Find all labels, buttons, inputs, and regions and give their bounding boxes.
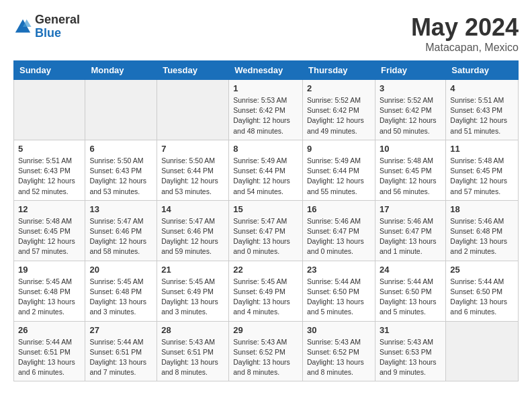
calendar-cell: 2Sunrise: 5:52 AM Sunset: 6:42 PM Daylig… xyxy=(303,80,375,140)
day-info: Sunrise: 5:44 AM Sunset: 6:50 PM Dayligh… xyxy=(380,277,441,318)
day-info: Sunrise: 5:52 AM Sunset: 6:42 PM Dayligh… xyxy=(380,95,441,136)
weekday-header-cell: Wednesday xyxy=(229,61,303,80)
calendar-cell: 1Sunrise: 5:53 AM Sunset: 6:42 PM Daylig… xyxy=(229,80,303,140)
day-info: Sunrise: 5:51 AM Sunset: 6:43 PM Dayligh… xyxy=(18,156,81,197)
day-info: Sunrise: 5:48 AM Sunset: 6:45 PM Dayligh… xyxy=(18,216,81,257)
day-number: 3 xyxy=(380,83,441,93)
day-info: Sunrise: 5:50 AM Sunset: 6:43 PM Dayligh… xyxy=(89,156,152,197)
day-number: 10 xyxy=(380,144,441,154)
day-number: 25 xyxy=(450,265,514,275)
day-info: Sunrise: 5:48 AM Sunset: 6:45 PM Dayligh… xyxy=(380,156,441,197)
location-title: Matacapan, Mexico xyxy=(411,42,519,54)
calendar-cell: 28Sunrise: 5:43 AM Sunset: 6:51 PM Dayli… xyxy=(157,321,229,381)
weekday-header-cell: Thursday xyxy=(303,61,375,80)
calendar-cell: 17Sunrise: 5:46 AM Sunset: 6:47 PM Dayli… xyxy=(375,200,445,261)
calendar-cell: 3Sunrise: 5:52 AM Sunset: 6:42 PM Daylig… xyxy=(375,80,445,140)
day-info: Sunrise: 5:45 AM Sunset: 6:48 PM Dayligh… xyxy=(18,277,81,318)
calendar-week-row: 1Sunrise: 5:53 AM Sunset: 6:42 PM Daylig… xyxy=(14,80,519,140)
day-number: 8 xyxy=(233,144,298,154)
calendar-week-row: 19Sunrise: 5:45 AM Sunset: 6:48 PM Dayli… xyxy=(14,261,519,321)
day-number: 12 xyxy=(18,204,81,214)
calendar-cell: 8Sunrise: 5:49 AM Sunset: 6:44 PM Daylig… xyxy=(229,140,303,200)
logo-blue-text: Blue xyxy=(35,27,80,40)
calendar-cell xyxy=(14,80,85,140)
day-info: Sunrise: 5:48 AM Sunset: 6:45 PM Dayligh… xyxy=(450,156,514,197)
day-number: 28 xyxy=(161,325,224,335)
calendar-cell: 20Sunrise: 5:45 AM Sunset: 6:48 PM Dayli… xyxy=(85,261,157,321)
weekday-header-cell: Friday xyxy=(375,61,445,80)
calendar-cell: 7Sunrise: 5:50 AM Sunset: 6:44 PM Daylig… xyxy=(157,140,229,200)
logo-icon xyxy=(13,17,32,36)
calendar-cell: 22Sunrise: 5:45 AM Sunset: 6:49 PM Dayli… xyxy=(229,261,303,321)
day-number: 2 xyxy=(307,83,371,93)
day-number: 13 xyxy=(89,204,152,214)
day-number: 1 xyxy=(233,83,298,93)
logo-general-text: General xyxy=(35,13,80,27)
day-number: 9 xyxy=(307,144,371,154)
weekday-header-row: SundayMondayTuesdayWednesdayThursdayFrid… xyxy=(14,61,519,80)
day-info: Sunrise: 5:44 AM Sunset: 6:51 PM Dayligh… xyxy=(89,337,152,378)
calendar-cell xyxy=(157,80,229,140)
day-info: Sunrise: 5:43 AM Sunset: 6:51 PM Dayligh… xyxy=(161,337,224,378)
calendar-cell: 13Sunrise: 5:47 AM Sunset: 6:46 PM Dayli… xyxy=(85,200,157,261)
weekday-header-cell: Monday xyxy=(85,61,157,80)
day-info: Sunrise: 5:52 AM Sunset: 6:42 PM Dayligh… xyxy=(307,95,371,136)
title-block: May 2024 Matacapan, Mexico xyxy=(411,13,519,54)
logo: General Blue xyxy=(13,13,80,40)
day-info: Sunrise: 5:46 AM Sunset: 6:47 PM Dayligh… xyxy=(380,216,441,257)
day-number: 17 xyxy=(380,204,441,214)
day-number: 24 xyxy=(380,265,441,275)
day-info: Sunrise: 5:51 AM Sunset: 6:43 PM Dayligh… xyxy=(450,95,514,136)
day-info: Sunrise: 5:47 AM Sunset: 6:46 PM Dayligh… xyxy=(89,216,152,257)
calendar-cell: 6Sunrise: 5:50 AM Sunset: 6:43 PM Daylig… xyxy=(85,140,157,200)
day-info: Sunrise: 5:44 AM Sunset: 6:50 PM Dayligh… xyxy=(307,277,371,318)
calendar-cell: 15Sunrise: 5:47 AM Sunset: 6:47 PM Dayli… xyxy=(229,200,303,261)
day-number: 19 xyxy=(18,265,81,275)
day-info: Sunrise: 5:45 AM Sunset: 6:48 PM Dayligh… xyxy=(89,277,152,318)
calendar-cell: 26Sunrise: 5:44 AM Sunset: 6:51 PM Dayli… xyxy=(14,321,85,381)
calendar-cell: 14Sunrise: 5:47 AM Sunset: 6:46 PM Dayli… xyxy=(157,200,229,261)
day-number: 6 xyxy=(89,144,152,154)
day-info: Sunrise: 5:47 AM Sunset: 6:46 PM Dayligh… xyxy=(161,216,224,257)
day-number: 11 xyxy=(450,144,514,154)
calendar-cell: 16Sunrise: 5:46 AM Sunset: 6:47 PM Dayli… xyxy=(303,200,375,261)
day-info: Sunrise: 5:47 AM Sunset: 6:47 PM Dayligh… xyxy=(233,216,298,257)
calendar-cell: 10Sunrise: 5:48 AM Sunset: 6:45 PM Dayli… xyxy=(375,140,445,200)
day-info: Sunrise: 5:43 AM Sunset: 6:52 PM Dayligh… xyxy=(307,337,371,378)
day-number: 27 xyxy=(89,325,152,335)
page-header: General Blue May 2024 Matacapan, Mexico xyxy=(13,13,519,54)
calendar-cell: 31Sunrise: 5:43 AM Sunset: 6:53 PM Dayli… xyxy=(375,321,445,381)
calendar-week-row: 12Sunrise: 5:48 AM Sunset: 6:45 PM Dayli… xyxy=(14,200,519,261)
day-number: 5 xyxy=(18,144,81,154)
calendar-cell xyxy=(85,80,157,140)
day-number: 29 xyxy=(233,325,298,335)
calendar-cell: 21Sunrise: 5:45 AM Sunset: 6:49 PM Dayli… xyxy=(157,261,229,321)
day-number: 21 xyxy=(161,265,224,275)
calendar-cell: 18Sunrise: 5:46 AM Sunset: 6:48 PM Dayli… xyxy=(446,200,519,261)
calendar-cell: 24Sunrise: 5:44 AM Sunset: 6:50 PM Dayli… xyxy=(375,261,445,321)
day-number: 20 xyxy=(89,265,152,275)
day-info: Sunrise: 5:46 AM Sunset: 6:48 PM Dayligh… xyxy=(450,216,514,257)
day-info: Sunrise: 5:53 AM Sunset: 6:42 PM Dayligh… xyxy=(233,95,298,136)
calendar-cell: 29Sunrise: 5:43 AM Sunset: 6:52 PM Dayli… xyxy=(229,321,303,381)
calendar-cell: 27Sunrise: 5:44 AM Sunset: 6:51 PM Dayli… xyxy=(85,321,157,381)
weekday-header-cell: Saturday xyxy=(446,61,519,80)
calendar-cell: 4Sunrise: 5:51 AM Sunset: 6:43 PM Daylig… xyxy=(446,80,519,140)
calendar-cell: 11Sunrise: 5:48 AM Sunset: 6:45 PM Dayli… xyxy=(446,140,519,200)
day-info: Sunrise: 5:43 AM Sunset: 6:52 PM Dayligh… xyxy=(233,337,298,378)
calendar-cell xyxy=(446,321,519,381)
day-info: Sunrise: 5:46 AM Sunset: 6:47 PM Dayligh… xyxy=(307,216,371,257)
day-number: 22 xyxy=(233,265,298,275)
calendar-cell: 5Sunrise: 5:51 AM Sunset: 6:43 PM Daylig… xyxy=(14,140,85,200)
calendar-cell: 19Sunrise: 5:45 AM Sunset: 6:48 PM Dayli… xyxy=(14,261,85,321)
day-number: 26 xyxy=(18,325,81,335)
day-number: 16 xyxy=(307,204,371,214)
day-number: 30 xyxy=(307,325,371,335)
weekday-header-cell: Sunday xyxy=(14,61,85,80)
day-number: 18 xyxy=(450,204,514,214)
calendar-cell: 23Sunrise: 5:44 AM Sunset: 6:50 PM Dayli… xyxy=(303,261,375,321)
day-info: Sunrise: 5:50 AM Sunset: 6:44 PM Dayligh… xyxy=(161,156,224,197)
day-number: 23 xyxy=(307,265,371,275)
day-number: 15 xyxy=(233,204,298,214)
calendar-week-row: 26Sunrise: 5:44 AM Sunset: 6:51 PM Dayli… xyxy=(14,321,519,381)
